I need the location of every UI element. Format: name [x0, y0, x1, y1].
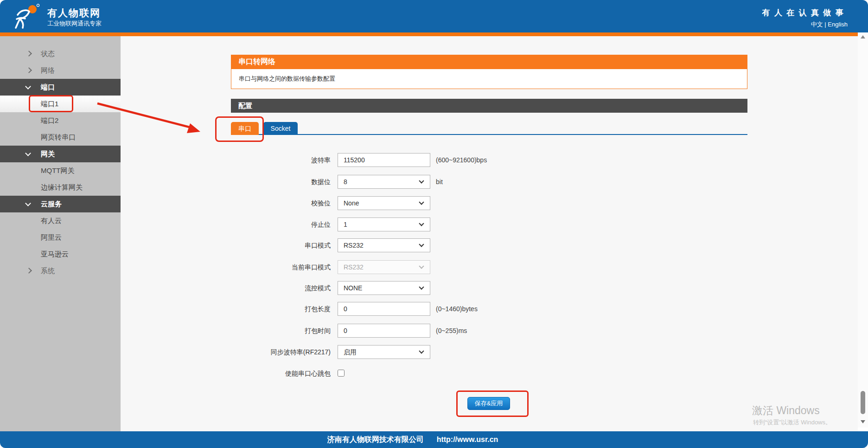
sidebar-item-status[interactable]: 状态	[0, 45, 121, 62]
chevron-down-icon	[25, 200, 31, 206]
sidebar-item-mqtt-gateway[interactable]: MQTT网关	[0, 162, 121, 179]
form-row-current-serial-mode: 当前串口模式 RS232	[185, 260, 696, 274]
brand-title: 有人物联网	[47, 6, 101, 19]
data-bits-select[interactable]: 8	[338, 175, 430, 189]
form-row-sync-baudrate: 同步波特率(RF2217) 启用	[185, 345, 696, 359]
header-slogan: 有人在认真做事	[762, 7, 848, 18]
form-row-heartbeat-enable: 使能串口心跳包	[185, 366, 696, 380]
chevron-right-icon	[26, 67, 32, 73]
lang-divider: |	[824, 21, 826, 28]
header-accent-stripe	[0, 32, 868, 36]
chevron-down-icon	[419, 178, 424, 183]
form-row-serial-mode: 串口模式 RS232	[185, 238, 696, 252]
chevron-right-icon	[26, 268, 32, 274]
sidebar-item-edge-gateway[interactable]: 边缘计算网关	[0, 179, 121, 196]
top-header-bar: 有人物联网 工业物联网通讯专家 有人在认真做事 中文 | English	[0, 0, 868, 32]
chevron-down-icon	[419, 348, 424, 353]
form-row-baud-rate: 波特率 (600~921600)bps	[185, 153, 696, 167]
stop-bits-select[interactable]: 1	[338, 218, 430, 231]
sidebar-item-port[interactable]: 端口	[0, 79, 121, 96]
scroll-up-arrow-icon[interactable]	[861, 35, 865, 38]
serial-heartbeat-checkbox[interactable]	[338, 370, 345, 377]
lang-chinese-link[interactable]: 中文	[811, 21, 823, 28]
chevron-down-icon	[419, 221, 424, 226]
footer-url-link[interactable]: http://www.usr.cn	[437, 435, 498, 444]
annotation-arrow	[74, 95, 204, 137]
scrollbar-thumb[interactable]	[861, 391, 865, 414]
footer-company: 济南有人物联网技术有限公司	[327, 435, 424, 445]
parity-select[interactable]: None	[338, 196, 430, 210]
tab-socket[interactable]: Socket	[263, 122, 298, 135]
page-description: 串口与网络之间的数据传输参数配置	[231, 69, 747, 89]
pack-time-input[interactable]	[338, 324, 430, 338]
sidebar-item-usr-cloud[interactable]: 有人云	[0, 212, 121, 229]
chevron-down-icon	[25, 83, 31, 90]
serial-mode-select[interactable]: RS232	[338, 238, 430, 252]
vertical-scrollbar[interactable]	[858, 32, 868, 428]
sidebar-item-amazon-cloud[interactable]: 亚马逊云	[0, 246, 121, 262]
chevron-down-icon	[419, 263, 424, 269]
form-row-stop-bits: 停止位 1	[185, 218, 696, 231]
sidebar-item-network[interactable]: 网络	[0, 62, 121, 79]
flow-control-select[interactable]: NONE	[338, 281, 430, 295]
chevron-down-icon	[419, 242, 424, 247]
form-row-data-bits: 数据位 8 bit	[185, 175, 696, 189]
annotation-box-port1	[29, 95, 73, 112]
sidebar-item-system[interactable]: 系统	[0, 262, 121, 279]
usr-logo-icon	[13, 4, 42, 30]
page-title: 串口转网络	[231, 55, 747, 69]
windows-activation-watermark-sub: 转到“设置”以激活 Windows。	[753, 418, 831, 427]
sidebar-item-ali-cloud[interactable]: 阿里云	[0, 229, 121, 246]
section-header-config: 配置	[231, 99, 747, 113]
chevron-down-icon	[419, 284, 424, 289]
sidebar-item-cloud-service[interactable]: 云服务	[0, 196, 121, 212]
form-row-parity: 校验位 None	[185, 196, 696, 210]
chevron-right-icon	[26, 51, 32, 57]
scroll-down-arrow-icon[interactable]	[861, 420, 865, 423]
chevron-down-icon	[25, 150, 31, 156]
footer-bar: 济南有人物联网技术有限公司 http://www.usr.cn	[0, 431, 868, 448]
baud-rate-input[interactable]	[338, 153, 430, 167]
annotation-box-serial-tab	[215, 116, 264, 142]
annotation-box-save-button	[456, 390, 529, 417]
language-switcher: 中文 | English	[811, 20, 848, 29]
pack-length-input[interactable]	[338, 302, 430, 316]
sync-baudrate-select[interactable]: 启用	[338, 345, 430, 359]
chevron-down-icon	[419, 199, 424, 205]
current-serial-mode-select-disabled: RS232	[338, 260, 430, 274]
lang-english-link[interactable]: English	[828, 21, 848, 28]
brand-subtitle: 工业物联网通讯专家	[47, 19, 102, 28]
sidebar-item-gateway[interactable]: 网关	[0, 146, 121, 162]
form-row-pack-length: 打包长度 (0~1460)bytes	[185, 302, 696, 316]
windows-activation-watermark: 激活 Windows	[752, 403, 820, 418]
form-row-flow-control: 流控模式 NONE	[185, 281, 696, 295]
tab-underline	[231, 134, 747, 135]
form-row-pack-time: 打包时间 (0~255)ms	[185, 324, 696, 338]
